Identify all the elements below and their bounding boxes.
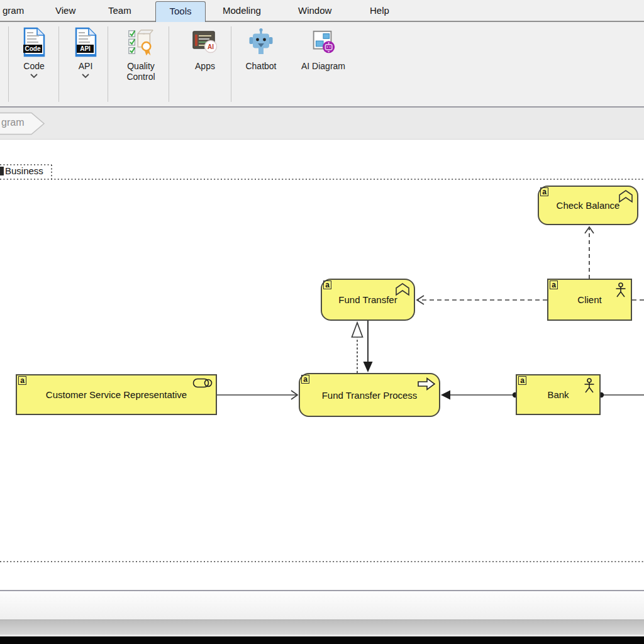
- connector-client-to-fund-transfer: [417, 296, 547, 304]
- breadcrumb-bar: gram: [0, 108, 644, 140]
- quality-control-button-label: Quality Control: [114, 61, 167, 82]
- menu-bar: gram View Team Tools Modeling Window Hel…: [0, 0, 644, 22]
- element-marker-badge: a: [540, 187, 548, 196]
- quality-control-icon: [126, 26, 155, 59]
- ai-diagram-button-label: AI Diagram: [301, 61, 345, 72]
- node-label: Bank: [543, 389, 572, 400]
- element-marker-badge: a: [550, 280, 558, 289]
- menu-item-diagram[interactable]: gram: [0, 0, 26, 21]
- status-bar: [0, 619, 644, 635]
- node-label: Check Balance: [553, 200, 624, 211]
- svg-text:API: API: [80, 45, 91, 52]
- api-button-label: API: [79, 61, 93, 72]
- business-role-icon: [192, 378, 213, 388]
- chevron-down-icon[interactable]: [30, 74, 38, 79]
- ribbon-separator: [8, 26, 9, 102]
- connector-bank-to-process: [441, 391, 518, 400]
- node-client[interactable]: a Client: [547, 279, 632, 321]
- business-actor-icon: [614, 282, 628, 298]
- breadcrumb-label: gram: [1, 117, 24, 128]
- svg-text:AI: AI: [208, 43, 214, 50]
- menu-item-view[interactable]: View: [53, 0, 78, 21]
- menu-item-team[interactable]: Team: [106, 0, 134, 21]
- element-marker-badge: a: [323, 280, 331, 289]
- ribbon-separator: [169, 26, 169, 102]
- horizontal-scrollbar[interactable]: [0, 590, 644, 619]
- chatbot-robot-icon: [247, 26, 275, 59]
- node-label: Fund Transfer Process: [318, 390, 421, 401]
- svg-text:Code: Code: [25, 45, 41, 52]
- apps-button[interactable]: AI Apps: [180, 26, 230, 72]
- api-button[interactable]: API API: [61, 26, 110, 79]
- element-marker-badge: a: [18, 376, 26, 385]
- connector-fund-transfer-to-process: [364, 321, 373, 372]
- chatbot-button[interactable]: Chatbot: [234, 26, 288, 72]
- menu-item-window[interactable]: Window: [296, 0, 334, 21]
- code-document-icon: Code: [19, 26, 48, 59]
- apps-button-label: Apps: [195, 61, 215, 72]
- menu-item-modeling[interactable]: Modeling: [220, 0, 264, 21]
- api-document-icon: API: [71, 26, 100, 59]
- code-button-label: Code: [23, 61, 44, 72]
- element-marker-badge: a: [301, 375, 309, 384]
- process-arrow-icon: [417, 377, 436, 391]
- code-button[interactable]: Code Code: [9, 26, 58, 79]
- node-check-balance[interactable]: a Check Balance: [538, 186, 638, 225]
- menu-item-tools-active[interactable]: Tools: [155, 1, 206, 22]
- breadcrumb[interactable]: gram: [0, 112, 49, 138]
- screen-bottom-bar: [0, 636, 644, 644]
- node-label: Customer Service Representative: [42, 389, 191, 400]
- ribbon-separator: [58, 26, 59, 102]
- node-customer-service-representative[interactable]: a Customer Service Representative: [16, 374, 217, 415]
- quality-control-button[interactable]: Quality Control: [114, 26, 167, 82]
- connector-bank-to-right: [599, 392, 644, 397]
- node-bank[interactable]: a Bank: [516, 374, 601, 415]
- diagram-canvas[interactable]: Business a Check Balance a Fund Transfer…: [0, 140, 644, 590]
- chatbot-button-label: Chatbot: [245, 61, 276, 72]
- apps-terminal-icon: AI: [191, 26, 219, 59]
- node-fund-transfer-process[interactable]: a Fund Transfer Process: [299, 373, 440, 417]
- connector-client-to-check-balance: [585, 227, 594, 279]
- connector-csr-to-process: [217, 391, 297, 399]
- chevron-banner-icon: [394, 282, 411, 296]
- node-label: Client: [574, 294, 605, 305]
- element-marker-badge: a: [518, 376, 526, 385]
- connector-process-realizes-fund-transfer: [352, 323, 363, 373]
- chevron-banner-icon: [618, 189, 634, 203]
- ribbon-separator: [231, 26, 231, 102]
- menu-item-help[interactable]: Help: [367, 0, 392, 21]
- ribbon-toolbar: Code Code API API: [0, 22, 644, 108]
- business-group-label[interactable]: Business: [5, 165, 43, 176]
- group-marker-badge: [0, 167, 4, 175]
- node-label: Fund Transfer: [335, 294, 401, 305]
- ai-diagram-icon: [309, 26, 338, 59]
- chevron-down-icon[interactable]: [81, 74, 90, 79]
- node-fund-transfer[interactable]: a Fund Transfer: [321, 279, 415, 321]
- ai-diagram-button[interactable]: AI Diagram: [292, 26, 355, 72]
- business-actor-icon: [582, 378, 596, 394]
